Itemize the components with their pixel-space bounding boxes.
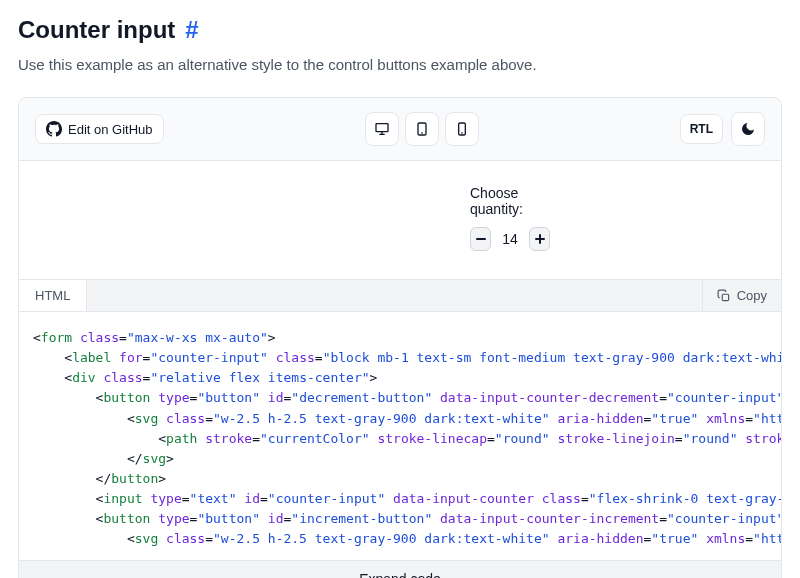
page-title: Counter input [18,16,175,44]
increment-button[interactable] [529,227,550,251]
example-toolbar: Edit on GitHub RTL [19,98,781,161]
code-tab-html[interactable]: HTML [19,280,87,311]
decrement-button[interactable] [470,227,491,251]
minus-icon [476,234,486,244]
tablet-icon [414,121,430,137]
mobile-view-button[interactable] [445,112,479,146]
dark-mode-toggle-button[interactable] [731,112,765,146]
tablet-view-button[interactable] [405,112,439,146]
counter-value: 14 [501,231,519,247]
svg-rect-0 [376,124,388,132]
copy-label: Copy [737,288,767,303]
copy-icon [717,289,731,303]
plus-icon [535,234,545,244]
expand-code-button[interactable]: Expand code [19,560,781,578]
example-card: Edit on GitHub RTL [18,97,782,578]
anchor-link[interactable]: # [185,16,198,44]
section-heading: Counter input # [18,16,782,44]
desktop-icon [374,121,390,137]
example-preview: Choose quantity: 14 [19,161,781,279]
rtl-toggle-button[interactable]: RTL [680,114,723,144]
copy-code-button[interactable]: Copy [702,280,781,311]
quantity-label: Choose quantity: [470,185,550,217]
svg-rect-10 [722,294,728,300]
counter-control: 14 [470,227,550,251]
github-icon [46,121,62,137]
edit-on-github-button[interactable]: Edit on GitHub [35,114,164,144]
desktop-view-button[interactable] [365,112,399,146]
section-subtitle: Use this example as an alternative style… [18,56,782,73]
code-header: HTML Copy [19,279,781,312]
mobile-icon [454,121,470,137]
moon-icon [740,121,756,137]
code-block: <form class="max-w-xs mx-auto"> <label f… [19,312,781,560]
edit-on-github-label: Edit on GitHub [68,122,153,137]
